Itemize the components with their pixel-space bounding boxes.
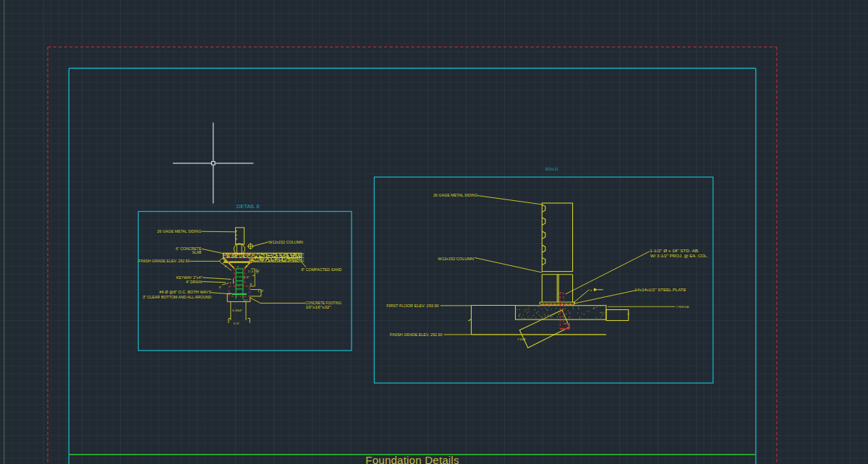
svg-text:Foundation Details: Foundation Details	[365, 454, 459, 464]
svg-text:W12x152 COLUMN: W12x152 COLUMN	[268, 240, 303, 244]
svg-text:DETAIL E: DETAIL E	[237, 203, 260, 210]
svg-text:2': 2'	[225, 265, 227, 268]
svg-text:FIRST FLOOR ELEV. 293.90: FIRST FLOOR ELEV. 293.90	[386, 304, 439, 308]
svg-text:DETAIL E1: DETAIL E1	[545, 168, 558, 171]
svg-text:FINISH GRADE ELEV. 292.90: FINISH GRADE ELEV. 292.90	[138, 259, 190, 263]
svg-text:W/ 3-1/2" PROJ. @ EA. COL.: W/ 3-1/2" PROJ. @ EA. COL.	[650, 254, 708, 258]
svg-text:2'-6": 2'-6"	[234, 322, 240, 325]
svg-text:W12x152 COLUMN: W12x152 COLUMN	[438, 257, 475, 261]
svg-text:2'-6": 2'-6"	[243, 275, 250, 279]
svg-text:2½": 2½"	[243, 298, 249, 302]
svg-text:7 3/64": 7 3/64"	[517, 338, 527, 341]
svg-text:8" COMPACTED SAND: 8" COMPACTED SAND	[301, 267, 341, 272]
svg-text:32: 32	[256, 271, 259, 274]
svg-text:1'-4": 1'-4"	[258, 289, 264, 293]
svg-text:4" DRAIN: 4" DRAIN	[186, 280, 203, 284]
svg-text:14x14x1/2" STEEL PLATE: 14x14x1/2" STEEL PLATE	[635, 288, 687, 292]
svg-text:26 GAGE METAL SIDING: 26 GAGE METAL SIDING	[157, 229, 201, 233]
svg-text:1'-4: 1'-4	[248, 270, 254, 273]
svg-text:2" FINISH SLAB: 2" FINISH SLAB	[676, 306, 689, 309]
svg-text:3": 3"	[219, 285, 222, 289]
svg-text:#6 Ø @8" O.C. BOTH WAYS: #6 Ø @8" O.C. BOTH WAYS	[159, 290, 212, 294]
svg-text:1': 1'	[230, 282, 232, 285]
svg-text:6 3/64": 6 3/64"	[232, 309, 242, 312]
svg-text:FINISH GRADE ELEV. 292.90: FINISH GRADE ELEV. 292.90	[390, 332, 443, 337]
svg-text:2': 2'	[251, 283, 253, 286]
svg-text:16"x16"x32": 16"x16"x32"	[306, 305, 332, 309]
svg-text:26 GAGE METAL SIDING: 26 GAGE METAL SIDING	[433, 193, 478, 197]
svg-text:3" CLEAR BOTTOM AND ALL AROUND: 3" CLEAR BOTTOM AND ALL AROUND	[142, 295, 211, 299]
svg-text:CONCRETE FOOTING: CONCRETE FOOTING	[305, 301, 341, 305]
svg-text:SLAB: SLAB	[192, 250, 203, 254]
svg-text:1': 1'	[237, 266, 239, 269]
svg-text:1-1/2" Ø x 18" STD. AB.: 1-1/2" Ø x 18" STD. AB.	[650, 249, 699, 253]
svg-text:3": 3"	[302, 259, 305, 262]
svg-text:4": 4"	[302, 254, 305, 257]
